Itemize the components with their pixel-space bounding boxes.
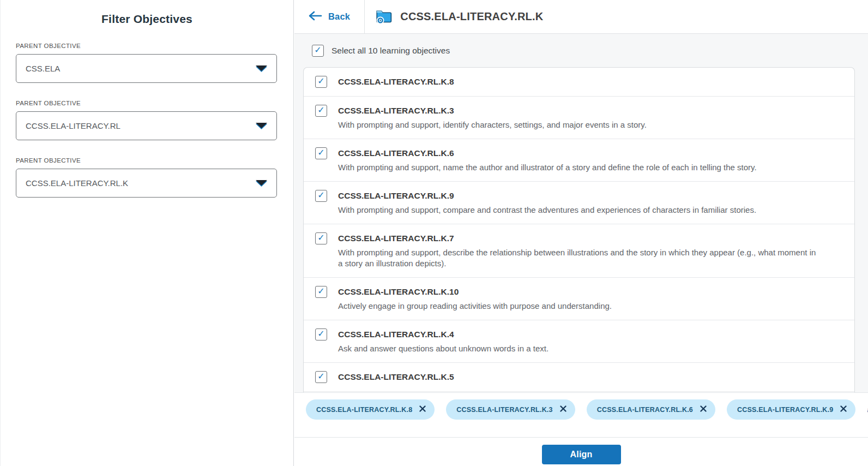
objective-row[interactable]: ✓ CCSS.ELA-LITERACY.RL.K.8 [304, 68, 854, 97]
objective-checkbox[interactable]: ✓ [315, 76, 327, 88]
selected-value: CSS.ELA [26, 64, 60, 73]
objective-text: CCSS.ELA-LITERACY.RL.K.5 [338, 371, 454, 383]
page-title: CCSS.ELA-LITERACY.RL.K [400, 10, 543, 23]
selected-chips-bar: CCSS.ELA-LITERACY.RL.K.8 CCSS.ELA-LITERA… [294, 392, 868, 437]
objective-description: With prompting and support, describe the… [338, 247, 818, 269]
objective-code: CCSS.ELA-LITERACY.RL.K.5 [338, 371, 454, 383]
parent-objective-field: PARENT OBJECTIVE CCSS.ELA-LITERACY.RL.K [16, 157, 277, 198]
checkmark-icon: ✓ [317, 77, 324, 86]
chip-label: CCSS.ELA-LITERACY.RL.K.9 [737, 406, 833, 414]
close-icon [840, 405, 847, 414]
selected-value: CCSS.ELA-LITERACY.RL [26, 121, 120, 130]
parent-objective-select[interactable]: CCSS.ELA-LITERACY.RL [16, 111, 277, 140]
objective-description: Ask and answer questions about unknown w… [338, 343, 548, 354]
objective-description: With prompting and support, identify cha… [338, 120, 647, 130]
objective-description: With prompting and support, compare and … [338, 205, 756, 216]
checkmark-icon: ✓ [317, 287, 324, 296]
folder-objective-icon [376, 9, 392, 24]
selected-value: CCSS.ELA-LITERACY.RL.K [26, 178, 128, 188]
objective-checkbox[interactable]: ✓ [315, 328, 327, 340]
objective-text: CCSS.ELA-LITERACY.RL.K.10 Actively engag… [338, 286, 612, 312]
objective-checkbox[interactable]: ✓ [315, 286, 327, 298]
selected-objective-chip: CCSS.ELA-LITERACY.RL.K.9 [727, 399, 855, 420]
objective-row[interactable]: ✓ CCSS.ELA-LITERACY.RL.K.6 With promptin… [304, 139, 854, 182]
objective-text: CCSS.ELA-LITERACY.RL.K.4 Ask and answer … [338, 328, 548, 354]
select-all-row: ✓ Select all 10 learning objectives [303, 34, 855, 67]
objective-row[interactable]: ✓ CCSS.ELA-LITERACY.RL.K.9 With promptin… [304, 182, 854, 224]
objective-checkbox[interactable]: ✓ [315, 105, 327, 117]
objective-checkbox[interactable]: ✓ [315, 190, 327, 202]
parent-objective-select[interactable]: CCSS.ELA-LITERACY.RL.K [16, 169, 277, 198]
select-all-label: Select all 10 learning objectives [331, 46, 450, 56]
objectives-header: Back CCSS.ELA-LITERACY.RL.K [294, 0, 868, 34]
checkmark-icon: ✓ [317, 148, 324, 157]
parent-objective-select[interactable]: CSS.ELA [16, 54, 277, 83]
objectives-panel: Back CCSS.ELA-LITERACY.RL.K ✓ Select all… [294, 0, 868, 466]
objective-row[interactable]: ✓ CCSS.ELA-LITERACY.RL.K.10 Actively eng… [304, 278, 854, 320]
objective-code: CCSS.ELA-LITERACY.RL.K.4 [338, 328, 548, 340]
objective-text: CCSS.ELA-LITERACY.RL.K.3 With prompting … [338, 105, 647, 130]
chip-remove-button[interactable] [700, 405, 707, 414]
close-icon [560, 405, 566, 414]
objective-row[interactable]: ✓ CCSS.ELA-LITERACY.RL.K.7 With promptin… [304, 224, 854, 278]
objective-code: CCSS.ELA-LITERACY.RL.K.9 [338, 190, 756, 202]
objective-row[interactable]: ✓ CCSS.ELA-LITERACY.RL.K.3 With promptin… [304, 97, 854, 139]
back-button-label: Back [328, 11, 350, 22]
align-bar: Align [294, 437, 868, 466]
parent-objective-label: PARENT OBJECTIVE [16, 43, 277, 49]
align-button[interactable]: Align [542, 445, 621, 464]
objective-row[interactable]: ✓ CCSS.ELA-LITERACY.RL.K.4 Ask and answe… [304, 320, 854, 363]
chevron-down-icon [255, 180, 268, 187]
checkmark-icon: ✓ [317, 106, 324, 115]
close-icon [700, 405, 707, 414]
chip-label: CCSS.ELA-LITERACY.RL.K.8 [316, 406, 412, 414]
filter-panel-title: Filter Objectives [1, 0, 293, 26]
selected-objective-chip: CCSS.ELA-LITERACY.RL.K.8 [306, 399, 435, 420]
chip-remove-button[interactable] [419, 405, 426, 414]
filter-fields: PARENT OBJECTIVE CSS.ELA PARENT OBJECTIV… [1, 43, 293, 198]
chip-label: CCSS.ELA-LITERACY.RL.K.6 [597, 406, 693, 414]
chips-wrap: CCSS.ELA-LITERACY.RL.K.8 CCSS.ELA-LITERA… [306, 399, 867, 420]
objective-code: CCSS.ELA-LITERACY.RL.K.8 [338, 76, 454, 88]
parent-objective-field: PARENT OBJECTIVE CCSS.ELA-LITERACY.RL [16, 100, 277, 140]
selected-objective-chip: CCSS.ELA-LITERACY.RL.K.3 [446, 399, 575, 420]
header-divider [364, 0, 365, 33]
checkmark-icon: ✓ [317, 372, 324, 381]
objectives-content: ✓ Select all 10 learning objectives ✓ CC… [294, 34, 868, 392]
checkmark-icon: ✓ [314, 46, 321, 55]
objective-checkbox[interactable]: ✓ [315, 371, 327, 383]
checkmark-icon: ✓ [317, 234, 324, 242]
objective-checkbox[interactable]: ✓ [315, 232, 327, 244]
chevron-down-icon [255, 65, 268, 73]
parent-objective-label: PARENT OBJECTIVE [16, 100, 277, 106]
objective-code: CCSS.ELA-LITERACY.RL.K.7 [338, 232, 818, 244]
checkmark-icon: ✓ [317, 191, 324, 200]
objective-code: CCSS.ELA-LITERACY.RL.K.3 [338, 105, 647, 117]
back-arrow-icon [308, 10, 322, 23]
chip-remove-button[interactable] [840, 405, 847, 414]
selected-objective-chip: CCSS.ELA-LITERACY.RL.K.6 [587, 399, 715, 420]
objective-code: CCSS.ELA-LITERACY.RL.K.10 [338, 286, 612, 298]
objectives-list: ✓ CCSS.ELA-LITERACY.RL.K.8 ✓ CCSS.ELA-LI… [303, 67, 855, 392]
back-button[interactable]: Back [308, 10, 350, 23]
checkmark-icon: ✓ [317, 330, 324, 338]
chip-remove-button[interactable] [560, 405, 566, 414]
filter-objectives-panel: Filter Objectives PARENT OBJECTIVE CSS.E… [0, 0, 294, 466]
chip-label: CCSS.ELA-LITERACY.RL.K.3 [456, 406, 552, 414]
close-icon [419, 405, 426, 414]
objective-text: CCSS.ELA-LITERACY.RL.K.6 With prompting … [338, 147, 757, 173]
select-all-checkbox[interactable]: ✓ [312, 45, 324, 57]
chevron-down-icon [255, 122, 268, 130]
objective-row[interactable]: ✓ CCSS.ELA-LITERACY.RL.K.5 [304, 363, 854, 392]
objective-description: With prompting and support, name the aut… [338, 162, 757, 173]
objective-code: CCSS.ELA-LITERACY.RL.K.6 [338, 147, 757, 159]
objective-checkbox[interactable]: ✓ [315, 147, 327, 159]
objective-text: CCSS.ELA-LITERACY.RL.K.9 With prompting … [338, 190, 756, 216]
parent-objective-label: PARENT OBJECTIVE [16, 157, 277, 164]
parent-objective-field: PARENT OBJECTIVE CSS.ELA [16, 43, 277, 83]
objective-text: CCSS.ELA-LITERACY.RL.K.7 With prompting … [338, 232, 818, 269]
objective-text: CCSS.ELA-LITERACY.RL.K.8 [338, 76, 454, 88]
objective-description: Actively engage in group reading activit… [338, 301, 612, 312]
